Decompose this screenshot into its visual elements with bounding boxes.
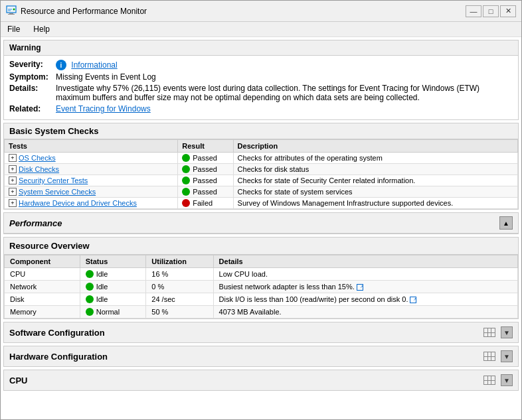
details-cell: Busiest network adapter is less than 15%… [213, 281, 517, 293]
software-config-chevron[interactable]: ▼ [501, 326, 513, 338]
status-text: Normal [96, 308, 120, 316]
software-config-icons: ▼ [483, 326, 513, 338]
main-window: Resource and Performance Monitor — □ ✕ F… [0, 0, 522, 420]
performance-collapse-btn[interactable]: ▲ [499, 216, 513, 230]
utilization-cell: 24 /sec [146, 293, 213, 306]
severity-row: Severity: i Informational [9, 60, 513, 70]
cpu-header[interactable]: CPU ▼ [4, 370, 518, 390]
hw-grid-icon [483, 352, 495, 361]
col-tests: Tests [5, 140, 178, 153]
expand-icon[interactable]: + [9, 199, 17, 207]
test-link[interactable]: OS Checks [19, 154, 56, 162]
minimize-button[interactable]: — [466, 5, 481, 17]
software-config-section: Software Configuration ▼ [3, 322, 519, 343]
green-dot-icon [182, 154, 190, 162]
resource-table: Component Status Utilization Details CPU… [4, 255, 518, 318]
severity-value: i Informational [56, 60, 513, 70]
hardware-config-chevron[interactable]: ▼ [501, 350, 513, 362]
res-col-details: Details [213, 255, 517, 268]
green-dot-icon [182, 165, 190, 173]
expand-icon[interactable]: + [9, 188, 17, 196]
related-row: Related: Event Tracing for Windows [9, 104, 513, 113]
hardware-config-section: Hardware Configuration ▼ [3, 346, 519, 367]
result-cell: Passed [178, 175, 233, 186]
component-cell: CPU [5, 268, 80, 281]
details-cell: Disk I/O is less than 100 (read/write) p… [213, 293, 517, 306]
info-icon: i [56, 60, 66, 70]
details-label: Details: [9, 84, 56, 93]
external-link-icon[interactable]: ↗ [410, 297, 416, 303]
cpu-chevron[interactable]: ▼ [501, 374, 513, 386]
basic-checks-header: Basic System Checks [4, 123, 518, 139]
symptom-value: Missing Events in Event Log [56, 72, 513, 82]
menu-file[interactable]: File [3, 23, 24, 35]
software-config-title: Software Configuration [9, 328, 105, 338]
green-dot-icon [182, 188, 190, 196]
symptom-row: Symptom: Missing Events in Event Log [9, 72, 513, 82]
status-dot-icon [86, 295, 94, 303]
external-link-icon[interactable]: ↗ [357, 284, 363, 291]
svg-rect-3 [8, 14, 15, 15]
description-cell: Checks for state of Security Center rela… [233, 175, 517, 186]
maximize-button[interactable]: □ [483, 5, 499, 17]
result-text: Passed [193, 154, 217, 162]
status-text: Idle [96, 270, 108, 278]
test-link[interactable]: Disk Checks [19, 165, 59, 173]
test-cell: +Hardware Device and Driver Checks [5, 198, 178, 209]
status-dot-icon [86, 270, 94, 278]
expand-icon[interactable]: + [9, 154, 17, 162]
severity-label: Severity: [9, 60, 56, 69]
table-row: +System Service ChecksPassedChecks for s… [5, 186, 518, 198]
description-cell: Checks for attributes of the operating s… [233, 153, 517, 164]
result-text: Passed [193, 165, 217, 173]
software-config-header[interactable]: Software Configuration ▼ [4, 322, 518, 342]
res-col-utilization: Utilization [146, 255, 213, 268]
cpu-title: CPU [9, 376, 27, 385]
test-cell: +Security Center Tests [5, 175, 178, 186]
res-col-status: Status [80, 255, 146, 268]
utilization-cell: 0 % [146, 281, 213, 293]
checks-table: Tests Result Description +OS ChecksPasse… [4, 139, 518, 209]
component-cell: Disk [5, 293, 80, 306]
status-dot-icon [86, 308, 94, 316]
result-cell: Failed [178, 198, 233, 209]
hardware-config-icons: ▼ [483, 350, 513, 362]
menu-help[interactable]: Help [29, 23, 54, 35]
resource-row: DiskIdle24 /secDisk I/O is less than 100… [5, 293, 518, 306]
description-cell: Checks for state of system services [233, 186, 517, 198]
performance-title: Performance [9, 218, 62, 228]
test-link[interactable]: System Service Checks [19, 188, 96, 196]
test-link[interactable]: Security Center Tests [19, 176, 88, 184]
hardware-config-header[interactable]: Hardware Configuration ▼ [4, 346, 518, 366]
details-row: Details: Investigate why 57% (26,115) ev… [9, 84, 513, 102]
table-row: +Hardware Device and Driver ChecksFailed… [5, 198, 518, 209]
app-icon [6, 5, 17, 17]
expand-icon[interactable]: + [9, 165, 17, 173]
status-cell: Normal [80, 306, 146, 318]
status-cell: Idle [80, 268, 146, 281]
table-row: +Security Center TestsPassedChecks for s… [5, 175, 518, 186]
severity-link[interactable]: Informational [71, 60, 117, 70]
status-cell: Idle [80, 293, 146, 306]
result-cell: Passed [178, 164, 233, 175]
result-text: Passed [193, 188, 217, 196]
description-cell: Survey of Windows Management Infrastruct… [233, 198, 517, 209]
test-cell: +System Service Checks [5, 186, 178, 198]
title-bar-left: Resource and Performance Monitor [6, 5, 147, 17]
utilization-cell: 16 % [146, 268, 213, 281]
result-text: Failed [193, 199, 213, 207]
symptom-label: Symptom: [9, 72, 56, 82]
close-button[interactable]: ✕ [500, 5, 516, 17]
cpu-grid-icon [483, 376, 495, 385]
cpu-section: CPU ▼ [3, 370, 519, 391]
expand-icon[interactable]: + [9, 176, 17, 184]
col-description: Description [233, 140, 517, 153]
window-controls: — □ ✕ [466, 5, 516, 17]
details-cell: 4073 MB Available. [213, 306, 517, 318]
performance-header[interactable]: Performance ▲ [4, 213, 518, 234]
resource-overview-header: Resource Overview [4, 238, 518, 255]
description-cell: Checks for disk status [233, 164, 517, 175]
related-link[interactable]: Event Tracing for Windows [56, 104, 151, 113]
result-text: Passed [193, 176, 217, 184]
test-link[interactable]: Hardware Device and Driver Checks [19, 199, 137, 207]
